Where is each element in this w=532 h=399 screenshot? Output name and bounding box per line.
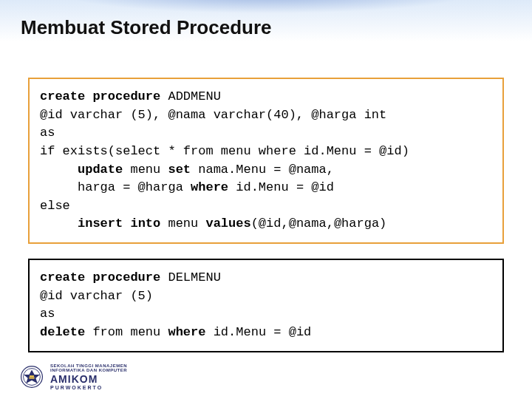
kw-update: update xyxy=(78,163,130,177)
footer-city: PURWOKERTO xyxy=(50,385,127,390)
kw-set: set xyxy=(168,163,198,177)
proc-name: DELMENU xyxy=(168,270,220,284)
code-text: menu xyxy=(130,163,168,177)
code-line: else xyxy=(40,199,70,213)
code-line: as xyxy=(40,126,55,140)
kw-where: where xyxy=(191,180,236,194)
code-block-delmenu: create procedure DELMENU @id varchar (5)… xyxy=(28,259,504,352)
code-line: if exists(select * from menu where id.Me… xyxy=(40,144,409,158)
footer-text: SEKOLAH TINGGI MANAJEMEN INFORMATIKA DAN… xyxy=(50,364,127,390)
code-text: nama.Menu = @nama, xyxy=(198,163,334,177)
indent xyxy=(40,216,78,231)
code-text: (@id,@nama,@harga) xyxy=(251,216,387,231)
kw-delete: delete xyxy=(40,325,92,339)
indent xyxy=(40,163,78,177)
kw-create-procedure: create procedure xyxy=(40,89,168,103)
code-text: harga = @harga xyxy=(40,180,191,194)
code-line: @id varchar (5), @nama varchar(40), @har… xyxy=(40,108,386,122)
code-text: id.Menu = @id xyxy=(214,325,312,339)
kw-insert-into: insert into xyxy=(78,216,168,231)
code-line: as xyxy=(40,307,55,321)
kw-values: values xyxy=(205,216,250,231)
kw-create-procedure: create procedure xyxy=(40,270,168,284)
proc-name: ADDMENU xyxy=(168,89,220,103)
code-text: id.Menu = @id xyxy=(236,180,334,194)
kw-where: where xyxy=(168,325,213,339)
footer: SEKOLAH TINGGI MANAJEMEN INFORMATIKA DAN… xyxy=(21,364,127,390)
code-line: @id varchar (5) xyxy=(40,289,153,303)
code-text: menu xyxy=(168,216,205,231)
footer-brand: AMIKOM xyxy=(50,374,127,384)
code-block-addmenu: create procedure ADDMENU @id varchar (5)… xyxy=(28,78,504,244)
amikom-logo-icon xyxy=(21,366,43,388)
code-text: from menu xyxy=(92,325,168,339)
footer-line2: INFORMATIKA DAN KOMPUTER xyxy=(50,368,127,372)
page-title: Membuat Stored Procedure xyxy=(21,16,272,39)
